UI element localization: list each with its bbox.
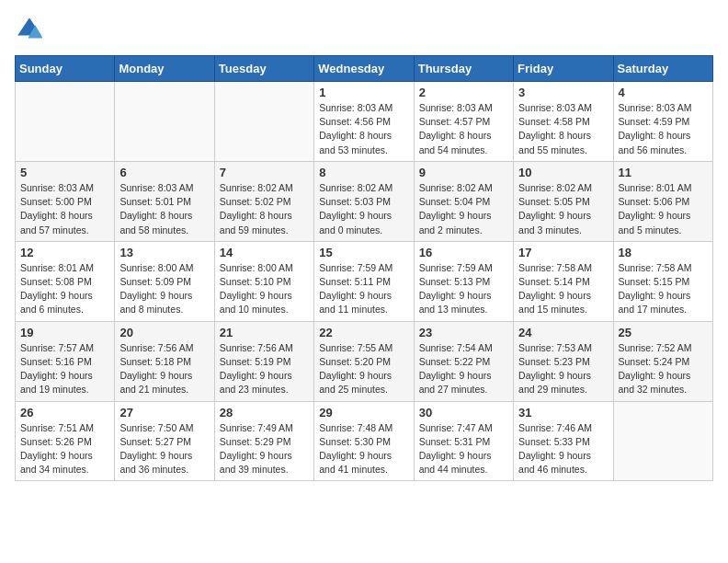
cell-info: Sunrise: 7:51 AM Sunset: 5:26 PM Dayligh… [20, 421, 109, 477]
cell-info: Sunrise: 7:53 AM Sunset: 5:23 PM Dayligh… [518, 341, 608, 397]
calendar-cell: 14Sunrise: 8:00 AM Sunset: 5:10 PM Dayli… [214, 241, 313, 321]
cell-info: Sunrise: 7:47 AM Sunset: 5:31 PM Dayligh… [419, 421, 508, 477]
calendar-cell: 28Sunrise: 7:49 AM Sunset: 5:29 PM Dayli… [214, 401, 313, 481]
calendar-cell: 24Sunrise: 7:53 AM Sunset: 5:23 PM Dayli… [514, 321, 613, 401]
day-number: 29 [319, 406, 408, 419]
cell-info: Sunrise: 8:01 AM Sunset: 5:08 PM Dayligh… [20, 261, 109, 317]
calendar-cell: 26Sunrise: 7:51 AM Sunset: 5:26 PM Dayli… [16, 401, 115, 481]
calendar-cell [214, 82, 313, 162]
calendar-cell: 19Sunrise: 7:57 AM Sunset: 5:16 PM Dayli… [16, 321, 115, 401]
calendar-cell: 18Sunrise: 7:58 AM Sunset: 5:15 PM Dayli… [613, 241, 712, 321]
cell-info: Sunrise: 8:02 AM Sunset: 5:04 PM Dayligh… [419, 181, 508, 237]
calendar-cell: 13Sunrise: 8:00 AM Sunset: 5:09 PM Dayli… [115, 241, 214, 321]
cell-info: Sunrise: 8:02 AM Sunset: 5:05 PM Dayligh… [518, 181, 608, 237]
header-cell-sunday: Sunday [16, 56, 115, 82]
header-cell-thursday: Thursday [414, 56, 513, 82]
day-number: 25 [619, 326, 708, 339]
calendar-week-2: 5Sunrise: 8:03 AM Sunset: 5:00 PM Daylig… [16, 161, 713, 241]
calendar-cell: 31Sunrise: 7:46 AM Sunset: 5:33 PM Dayli… [514, 401, 613, 481]
day-number: 12 [20, 246, 109, 259]
day-number: 1 [319, 86, 408, 99]
calendar-cell: 21Sunrise: 7:56 AM Sunset: 5:19 PM Dayli… [214, 321, 313, 401]
header-cell-tuesday: Tuesday [214, 56, 313, 82]
calendar-cell [613, 401, 712, 481]
calendar-cell: 29Sunrise: 7:48 AM Sunset: 5:30 PM Dayli… [314, 401, 414, 481]
calendar-cell: 6Sunrise: 8:03 AM Sunset: 5:01 PM Daylig… [115, 161, 214, 241]
cell-info: Sunrise: 8:00 AM Sunset: 5:10 PM Dayligh… [220, 261, 309, 317]
cell-info: Sunrise: 8:03 AM Sunset: 4:59 PM Dayligh… [619, 101, 708, 157]
cell-info: Sunrise: 7:48 AM Sunset: 5:30 PM Dayligh… [319, 421, 408, 477]
day-number: 10 [518, 166, 608, 179]
calendar-cell: 1Sunrise: 8:03 AM Sunset: 4:56 PM Daylig… [314, 82, 414, 162]
cell-info: Sunrise: 8:03 AM Sunset: 5:00 PM Dayligh… [20, 181, 109, 237]
cell-info: Sunrise: 7:57 AM Sunset: 5:16 PM Dayligh… [20, 341, 109, 397]
day-number: 9 [419, 166, 508, 179]
day-number: 17 [518, 246, 608, 259]
day-number: 31 [518, 406, 608, 419]
header-cell-wednesday: Wednesday [314, 56, 414, 82]
calendar-cell [115, 82, 214, 162]
cell-info: Sunrise: 7:46 AM Sunset: 5:33 PM Dayligh… [518, 421, 608, 477]
calendar-cell: 16Sunrise: 7:59 AM Sunset: 5:13 PM Dayli… [414, 241, 513, 321]
day-number: 8 [319, 166, 408, 179]
calendar-table: SundayMondayTuesdayWednesdayThursdayFrid… [15, 55, 713, 481]
calendar-cell: 15Sunrise: 7:59 AM Sunset: 5:11 PM Dayli… [314, 241, 414, 321]
day-number: 27 [119, 406, 209, 419]
calendar-cell: 20Sunrise: 7:56 AM Sunset: 5:18 PM Dayli… [115, 321, 214, 401]
cell-info: Sunrise: 8:03 AM Sunset: 5:01 PM Dayligh… [119, 181, 209, 237]
calendar-cell: 9Sunrise: 8:02 AM Sunset: 5:04 PM Daylig… [414, 161, 513, 241]
cell-info: Sunrise: 7:52 AM Sunset: 5:24 PM Dayligh… [619, 341, 708, 397]
day-number: 13 [119, 246, 209, 259]
day-number: 18 [619, 246, 708, 259]
day-number: 14 [220, 246, 309, 259]
calendar-cell: 10Sunrise: 8:02 AM Sunset: 5:05 PM Dayli… [514, 161, 613, 241]
day-number: 30 [419, 406, 508, 419]
calendar-cell: 22Sunrise: 7:55 AM Sunset: 5:20 PM Dayli… [314, 321, 414, 401]
calendar-cell: 7Sunrise: 8:02 AM Sunset: 5:02 PM Daylig… [214, 161, 313, 241]
header [15, 15, 713, 44]
day-number: 4 [619, 86, 708, 99]
cell-info: Sunrise: 8:03 AM Sunset: 4:56 PM Dayligh… [319, 101, 408, 157]
cell-info: Sunrise: 7:54 AM Sunset: 5:22 PM Dayligh… [419, 341, 508, 397]
day-number: 23 [419, 326, 508, 339]
cell-info: Sunrise: 8:02 AM Sunset: 5:03 PM Dayligh… [319, 181, 408, 237]
cell-info: Sunrise: 7:55 AM Sunset: 5:20 PM Dayligh… [319, 341, 408, 397]
day-number: 19 [20, 326, 109, 339]
calendar-cell: 5Sunrise: 8:03 AM Sunset: 5:00 PM Daylig… [16, 161, 115, 241]
calendar-cell: 25Sunrise: 7:52 AM Sunset: 5:24 PM Dayli… [613, 321, 712, 401]
cell-info: Sunrise: 8:00 AM Sunset: 5:09 PM Dayligh… [119, 261, 209, 317]
cell-info: Sunrise: 8:01 AM Sunset: 5:06 PM Dayligh… [619, 181, 708, 237]
logo-icon [15, 15, 44, 44]
day-number: 3 [518, 86, 608, 99]
calendar-cell: 3Sunrise: 8:03 AM Sunset: 4:58 PM Daylig… [514, 82, 613, 162]
header-row: SundayMondayTuesdayWednesdayThursdayFrid… [16, 56, 713, 82]
cell-info: Sunrise: 7:56 AM Sunset: 5:18 PM Dayligh… [119, 341, 209, 397]
cell-info: Sunrise: 7:50 AM Sunset: 5:27 PM Dayligh… [119, 421, 209, 477]
calendar-cell: 17Sunrise: 7:58 AM Sunset: 5:14 PM Dayli… [514, 241, 613, 321]
day-number: 24 [518, 326, 608, 339]
day-number: 7 [220, 166, 309, 179]
day-number: 16 [419, 246, 508, 259]
calendar-cell: 12Sunrise: 8:01 AM Sunset: 5:08 PM Dayli… [16, 241, 115, 321]
calendar-week-1: 1Sunrise: 8:03 AM Sunset: 4:56 PM Daylig… [16, 82, 713, 162]
calendar-cell [16, 82, 115, 162]
calendar-body: 1Sunrise: 8:03 AM Sunset: 4:56 PM Daylig… [16, 82, 713, 481]
cell-info: Sunrise: 7:59 AM Sunset: 5:11 PM Dayligh… [319, 261, 408, 317]
day-number: 11 [619, 166, 708, 179]
calendar-cell: 2Sunrise: 8:03 AM Sunset: 4:57 PM Daylig… [414, 82, 513, 162]
cell-info: Sunrise: 7:49 AM Sunset: 5:29 PM Dayligh… [220, 421, 309, 477]
calendar-cell: 4Sunrise: 8:03 AM Sunset: 4:59 PM Daylig… [613, 82, 712, 162]
cell-info: Sunrise: 8:03 AM Sunset: 4:58 PM Dayligh… [518, 101, 608, 157]
header-cell-saturday: Saturday [613, 56, 712, 82]
header-cell-monday: Monday [115, 56, 214, 82]
header-cell-friday: Friday [514, 56, 613, 82]
cell-info: Sunrise: 7:58 AM Sunset: 5:14 PM Dayligh… [518, 261, 608, 317]
cell-info: Sunrise: 7:58 AM Sunset: 5:15 PM Dayligh… [619, 261, 708, 317]
day-number: 20 [119, 326, 209, 339]
day-number: 6 [119, 166, 209, 179]
day-number: 26 [20, 406, 109, 419]
cell-info: Sunrise: 8:03 AM Sunset: 4:57 PM Dayligh… [419, 101, 508, 157]
calendar-cell: 30Sunrise: 7:47 AM Sunset: 5:31 PM Dayli… [414, 401, 513, 481]
calendar-cell: 11Sunrise: 8:01 AM Sunset: 5:06 PM Dayli… [613, 161, 712, 241]
day-number: 22 [319, 326, 408, 339]
